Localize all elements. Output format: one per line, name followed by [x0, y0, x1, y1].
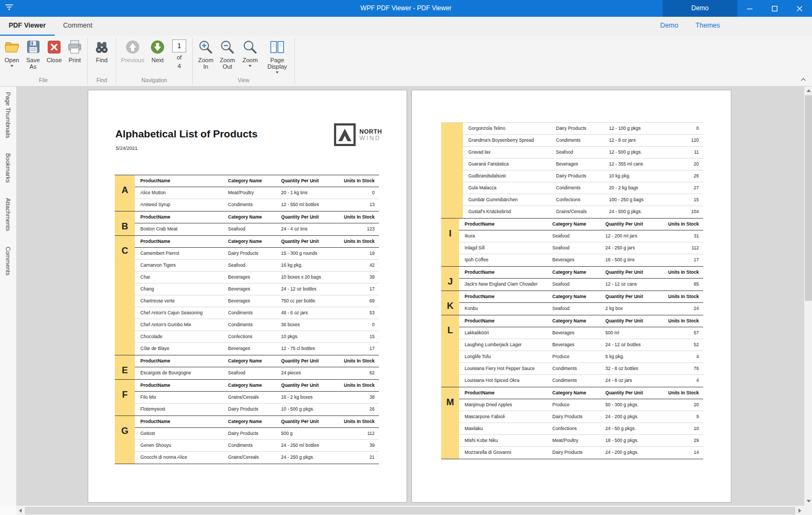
- tabrow-spacer: [101, 17, 652, 36]
- header-cell: Quantity Per Unit: [605, 267, 668, 278]
- data-cell: 14: [668, 447, 703, 459]
- sidebar-item-page-thumbnails[interactable]: Page Thumbnails: [5, 92, 11, 138]
- close-document-icon: [45, 38, 63, 56]
- header-cell: Units In Stock: [344, 212, 379, 223]
- table-section: MProductNameCategory NameQuantity Per Un…: [441, 387, 703, 459]
- horizontal-scrollbar[interactable]: [16, 505, 804, 515]
- data-cell: Lakkalikööri: [459, 327, 552, 339]
- data-cell: Geitost: [135, 428, 228, 439]
- data-cell: Produce: [552, 399, 605, 411]
- zoom-out-button[interactable]: Zoom Out: [217, 36, 238, 70]
- data-cell: Flotemysost: [135, 404, 228, 415]
- page-display-button[interactable]: Page Display: [262, 36, 292, 74]
- data-cell: Seafood: [228, 223, 281, 235]
- print-button[interactable]: Print: [64, 36, 85, 63]
- vertical-scrollbar[interactable]: [804, 87, 812, 505]
- document-canvas[interactable]: Alphabetical List of Products 5/24/2021 …: [16, 87, 804, 505]
- close-window-button[interactable]: [787, 0, 812, 17]
- table-row: KonbuSeafood2 kg box24: [459, 303, 703, 315]
- table-row: Chef Anton's Gumbo MixCondiments36 boxes…: [135, 319, 379, 331]
- scroll-left-button[interactable]: [16, 506, 24, 515]
- header-cell: Units In Stock: [344, 380, 379, 391]
- data-cell: Genen Shouyu: [135, 440, 228, 451]
- data-cell: 4: [668, 375, 703, 387]
- maximize-button[interactable]: [762, 0, 787, 17]
- navigation-rail: Page Thumbnails Bookmarks Attachments Co…: [0, 87, 16, 505]
- scroll-up-button[interactable]: [804, 87, 812, 95]
- data-cell: Maxilaku: [459, 423, 552, 434]
- data-cell: 16 - 2 kg boxes: [281, 392, 344, 403]
- horizontal-scroll-thumb[interactable]: [25, 507, 795, 514]
- table-row: ChangBeverages24 - 12 oz bottles17: [135, 283, 379, 295]
- data-cell: Gustaf's Knäckebröd: [463, 206, 556, 218]
- tab-comment[interactable]: Comment: [55, 17, 101, 36]
- tab-demo[interactable]: Demo: [652, 17, 687, 36]
- page-of-label: of: [176, 54, 181, 61]
- group-label-find: Find: [90, 77, 114, 86]
- next-page-button[interactable]: Next: [147, 36, 168, 63]
- collapse-ribbon-button[interactable]: [799, 76, 808, 83]
- scroll-down-button[interactable]: [804, 497, 812, 505]
- sidebar-item-comments[interactable]: Comments: [5, 247, 11, 275]
- tab-pdf-viewer[interactable]: PDF Viewer: [0, 17, 55, 36]
- find-button[interactable]: Find: [90, 36, 114, 63]
- header-cell: ProductName: [135, 175, 228, 187]
- table-section: IProductNameCategory NameQuantity Per Un…: [441, 218, 703, 266]
- minimize-button[interactable]: [737, 0, 762, 17]
- header-cell: ProductName: [135, 416, 228, 427]
- data-cell: Chocolade: [135, 331, 228, 342]
- data-cell: 750 cc per bottle: [281, 295, 344, 307]
- table-row: Gumbär GummibärchenConfections100 - 250 …: [463, 194, 703, 206]
- report-date: 5/24/2021: [116, 146, 137, 151]
- group-separator: [116, 37, 116, 84]
- save-as-button[interactable]: Save As: [22, 36, 44, 70]
- titlebar-demo-tab[interactable]: Demo: [663, 0, 737, 17]
- ribbon-group-find: Find Find: [88, 36, 115, 86]
- section-letter: B: [115, 212, 135, 235]
- zoom-in-button[interactable]: Zoom In: [195, 36, 217, 70]
- data-cell: 104: [672, 206, 703, 218]
- header-cell: Quantity Per Unit: [281, 355, 344, 367]
- zoom-button[interactable]: Zoom: [238, 36, 262, 67]
- table-section: KProductNameCategory NameQuantity Per Un…: [441, 290, 703, 315]
- sidebar-item-bookmarks[interactable]: Bookmarks: [5, 153, 11, 183]
- data-cell: 85: [668, 279, 703, 290]
- printer-icon: [66, 38, 83, 56]
- data-cell: 39: [344, 440, 379, 451]
- header-cell: Category Name: [228, 236, 281, 247]
- data-cell: Carnarvon Tigers: [135, 260, 228, 271]
- data-cell: 29: [668, 435, 703, 446]
- data-cell: 10 kg pkg.: [609, 170, 672, 182]
- header-cell: Category Name: [228, 355, 281, 367]
- data-cell: 24 - 200 g pkgs.: [605, 447, 668, 459]
- page-display-icon: [269, 38, 286, 56]
- data-cell: 50 - 300 g pkgs.: [605, 399, 668, 411]
- header-cell: Units In Stock: [668, 291, 703, 302]
- vertical-scroll-thumb[interactable]: [805, 95, 812, 301]
- tab-themes[interactable]: Themes: [687, 17, 729, 36]
- binoculars-icon: [93, 38, 110, 56]
- data-cell: 32 - 8 oz bottles: [605, 363, 668, 374]
- sidebar-item-attachments[interactable]: Attachments: [5, 198, 11, 231]
- table-row: Louisiana Hot Spiced OkraCondiments24 - …: [459, 375, 703, 387]
- data-cell: 20 - 1 kg tins: [281, 187, 344, 199]
- previous-page-button[interactable]: Previous: [119, 36, 147, 63]
- data-cell: Gnocchi di nonna Alice: [135, 452, 228, 464]
- data-cell: Aniseed Syrup: [135, 199, 228, 211]
- data-cell: 17: [668, 254, 703, 266]
- data-cell: 0: [344, 319, 379, 331]
- section-rows: ProductNameCategory NameQuantity Per Uni…: [459, 291, 703, 315]
- close-document-button[interactable]: Close: [44, 36, 64, 63]
- data-cell: Gudbrandsdalsost: [463, 170, 556, 182]
- header-cell: Units In Stock: [344, 355, 379, 367]
- header-cell: Category Name: [228, 175, 281, 187]
- header-cell: Units In Stock: [344, 175, 379, 187]
- section-rows: ProductNameCategory NameQuantity Per Uni…: [135, 236, 379, 355]
- data-cell: Dairy Products: [556, 123, 609, 134]
- open-button[interactable]: Open: [2, 36, 22, 67]
- report-title: Alphabetical List of Products: [115, 128, 258, 140]
- section-rows: ProductNameCategory NameQuantity Per Uni…: [135, 416, 379, 464]
- page-number-input[interactable]: [172, 39, 186, 52]
- scroll-right-button[interactable]: [796, 506, 804, 515]
- section-letter: E: [115, 355, 135, 379]
